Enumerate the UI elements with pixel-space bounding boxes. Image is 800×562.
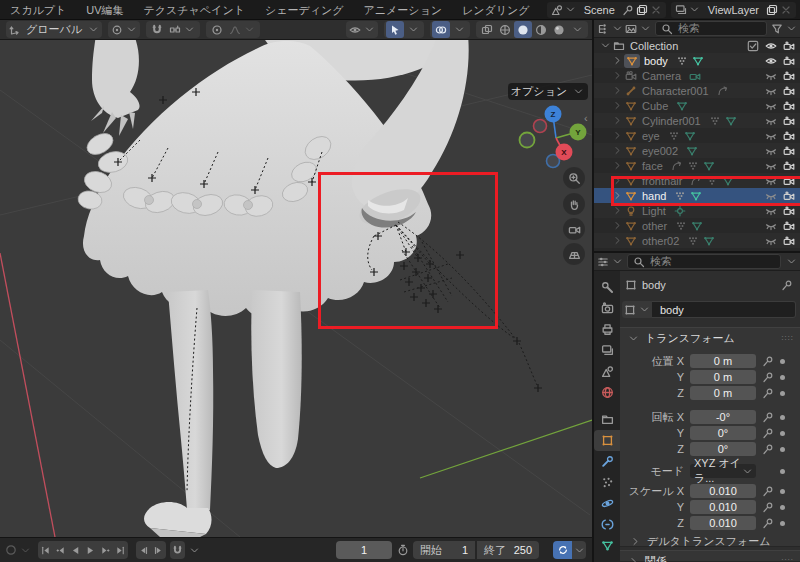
outliner-row-cube[interactable]: Cube [594, 98, 800, 113]
animate-dot[interactable] [780, 447, 785, 452]
value-field[interactable]: 0 m [690, 370, 756, 384]
value-field[interactable]: 0° [690, 426, 756, 440]
editor-type-button[interactable] [596, 22, 610, 36]
hide-viewport-toggle[interactable] [764, 39, 778, 53]
panel-grip[interactable]: ∷∷ [782, 557, 794, 562]
transform-orientation-dropdown[interactable]: グローバル [6, 21, 102, 38]
expand-chevron[interactable] [610, 234, 624, 248]
hide-viewport-toggle[interactable] [764, 99, 778, 113]
properties-search-input[interactable]: 検索 [627, 254, 781, 269]
expand-chevron[interactable] [610, 114, 624, 128]
disable-render-toggle[interactable] [782, 219, 796, 233]
step-back-button[interactable] [136, 541, 151, 559]
gizmo-dropdown[interactable] [404, 21, 422, 38]
hide-viewport-toggle[interactable] [764, 84, 778, 98]
display-mode-dropdown[interactable] [624, 22, 638, 36]
pivot-point-dropdown[interactable] [108, 21, 140, 38]
properties-tab-particles[interactable] [594, 472, 620, 493]
hide-viewport-toggle[interactable] [764, 144, 778, 158]
value-field[interactable]: -0° [690, 410, 756, 424]
disable-render-toggle[interactable] [782, 159, 796, 173]
lock-icon[interactable] [761, 500, 775, 514]
outliner-row-character001[interactable]: Character001 [594, 83, 800, 98]
disable-render-toggle[interactable] [782, 99, 796, 113]
workspace-tab-3[interactable]: テクスチャペイント [134, 0, 255, 20]
expand-chevron[interactable] [610, 54, 624, 68]
play-button[interactable] [83, 541, 98, 559]
animate-dot[interactable] [780, 431, 785, 436]
animate-dot[interactable] [780, 505, 785, 510]
shading-dropdown[interactable] [568, 21, 586, 38]
jump-start-button[interactable] [38, 541, 53, 559]
show-gizmo-toggle[interactable] [386, 21, 404, 38]
camera-view-button[interactable] [563, 218, 585, 240]
panel-grip[interactable]: ∷∷ [782, 334, 794, 343]
value-field[interactable]: 0° [690, 442, 756, 456]
properties-tab-render[interactable] [594, 298, 620, 319]
close-icon[interactable] [649, 3, 663, 17]
shading-material-button[interactable] [532, 21, 550, 38]
outliner-row-other02[interactable]: other02 [594, 233, 800, 248]
animate-dot[interactable] [780, 469, 785, 474]
copy-icon[interactable] [635, 3, 649, 17]
properties-tab-constraints[interactable] [594, 514, 620, 535]
properties-tab-object-data[interactable] [594, 535, 620, 556]
object-id-dropdown[interactable] [622, 301, 652, 318]
animate-dot[interactable] [780, 391, 785, 396]
auto-keying-toggle[interactable] [4, 543, 18, 557]
scene-selector[interactable]: Scene [547, 2, 666, 18]
view-layer-selector[interactable]: ViewLayer [671, 2, 796, 18]
expand-chevron[interactable] [610, 144, 624, 158]
value-field[interactable]: 0.010 [690, 484, 756, 498]
properties-tab-collection[interactable] [594, 409, 620, 430]
next-keyframe-button[interactable] [98, 541, 113, 559]
hide-viewport-toggle[interactable] [764, 69, 778, 83]
animate-dot[interactable] [780, 359, 785, 364]
sync-button[interactable] [553, 541, 572, 559]
animate-dot[interactable] [780, 375, 785, 380]
workspace-tab-2[interactable]: UV編集 [76, 0, 133, 20]
expand-chevron[interactable] [610, 84, 624, 98]
falloff-dropdown[interactable] [226, 21, 258, 38]
hide-viewport-toggle[interactable] [764, 54, 778, 68]
frame-start-field[interactable]: 開始 1 [413, 541, 475, 559]
hide-viewport-toggle[interactable] [764, 234, 778, 248]
perspective-toggle-button[interactable] [563, 243, 585, 265]
sync-dropdown[interactable] [572, 541, 586, 559]
properties-tab-physics[interactable] [594, 493, 620, 514]
lock-icon[interactable] [761, 410, 775, 424]
viewport-3d[interactable]: オプション Z Y X ‹ [0, 40, 592, 537]
disable-render-toggle[interactable] [782, 54, 796, 68]
exclude-checkbox[interactable] [746, 39, 760, 53]
properties-tab-scene[interactable] [594, 361, 620, 382]
properties-options-dropdown[interactable] [784, 255, 798, 269]
timeline-snap-dropdown[interactable] [187, 543, 201, 557]
close-icon[interactable] [779, 3, 793, 17]
snap-toggle[interactable] [148, 21, 166, 38]
editor-type-button[interactable] [596, 255, 610, 269]
relations-panel-header[interactable]: 関係 ∷∷ [620, 551, 800, 562]
workspace-tab-1[interactable]: スカルプト [0, 0, 76, 20]
panel-collapse-arrow[interactable]: ‹ [584, 112, 588, 124]
shading-wireframe-button[interactable] [496, 21, 514, 38]
hide-viewport-toggle[interactable] [764, 129, 778, 143]
copy-icon[interactable] [765, 3, 779, 17]
gizmo-neg-y[interactable] [520, 133, 535, 148]
outliner-row-cylinder001[interactable]: Cylinder001 [594, 113, 800, 128]
shading-rendered-button[interactable] [550, 21, 568, 38]
outliner-row-body[interactable]: body [594, 53, 800, 68]
outliner-row-eye002[interactable]: eye002 [594, 143, 800, 158]
properties-tab-object[interactable] [594, 430, 620, 451]
show-overlays-toggle[interactable] [432, 21, 450, 38]
outliner-row-camera[interactable]: Camera [594, 68, 800, 83]
lock-icon[interactable] [761, 442, 775, 456]
expand-chevron[interactable] [610, 219, 624, 233]
pin-icon[interactable] [621, 3, 635, 17]
prev-keyframe-button[interactable] [53, 541, 68, 559]
pan-hand-button[interactable] [563, 193, 585, 215]
hide-viewport-toggle[interactable] [764, 114, 778, 128]
expand-chevron[interactable] [598, 39, 612, 53]
properties-tab-output[interactable] [594, 319, 620, 340]
lock-icon[interactable] [761, 426, 775, 440]
overlays-dropdown[interactable] [450, 21, 468, 38]
